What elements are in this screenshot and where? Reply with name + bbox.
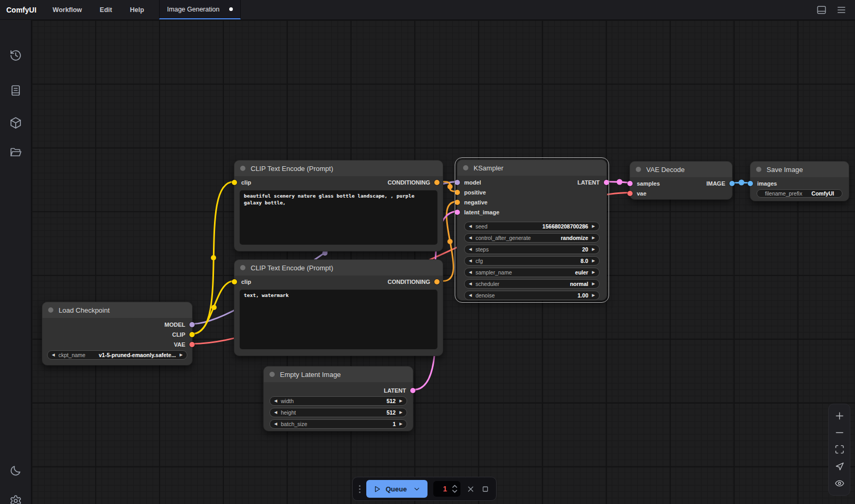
toggle-visibility-eye-icon[interactable] <box>835 478 845 488</box>
stop-square-icon[interactable] <box>481 485 490 494</box>
collapse-dot-icon[interactable] <box>636 167 641 172</box>
output-slot-conditioning[interactable]: CONDITIONING <box>388 179 440 186</box>
input-slot-latent-image[interactable]: latent_image <box>455 209 499 215</box>
node-title-bar[interactable]: CLIP Text Encode (Prompt) <box>234 161 443 176</box>
widget-filename-prefix[interactable]: filename_prefix ComfyUI <box>757 189 842 198</box>
chevron-down-icon[interactable] <box>413 485 421 493</box>
widget-sampler-name[interactable]: ◀ sampler_name euler ▶ <box>464 268 600 277</box>
vae-slot-dot[interactable] <box>627 191 633 196</box>
clip-slot-dot[interactable] <box>232 279 237 284</box>
next-arrow-icon[interactable]: ▶ <box>592 259 595 263</box>
collapse-dot-icon[interactable] <box>756 167 761 172</box>
clip-slot-dot[interactable] <box>189 332 195 337</box>
panel-toggle-icon[interactable] <box>816 5 827 15</box>
node-load-checkpoint[interactable]: Load Checkpoint MODEL CLIP VAE ◀ ckpt_na… <box>42 302 193 365</box>
node-clip-text-encode-negative[interactable]: CLIP Text Encode (Prompt) clip CONDITION… <box>234 259 443 356</box>
widget-denoise[interactable]: ◀ denoise 1.00 ▶ <box>464 291 600 300</box>
node-empty-latent-image[interactable]: Empty Latent Image LATENT ◀ width 512 ▶ … <box>263 366 413 431</box>
widget-steps[interactable]: ◀ steps 20 ▶ <box>464 245 600 254</box>
image-slot-dot[interactable] <box>748 181 753 186</box>
step-down-icon[interactable] <box>452 489 457 493</box>
output-slot-image[interactable]: IMAGE <box>706 180 735 187</box>
prompt-textarea[interactable]: beautiful scenery nature glass bottle la… <box>240 190 437 245</box>
prev-arrow-icon[interactable]: ◀ <box>469 236 472 240</box>
collapse-dot-icon[interactable] <box>240 265 245 270</box>
queue-log-icon[interactable] <box>9 84 22 97</box>
conditioning-slot-dot[interactable] <box>434 180 440 185</box>
tab-image-generation[interactable]: Image Generation <box>159 0 241 19</box>
next-arrow-icon[interactable]: ▶ <box>592 247 595 251</box>
output-slot-latent[interactable]: LATENT <box>384 387 415 394</box>
hamburger-menu-icon[interactable] <box>836 5 847 15</box>
menu-workflow[interactable]: Workflow <box>44 0 91 19</box>
collapse-dot-icon[interactable] <box>48 307 53 313</box>
prompt-textarea[interactable]: text, watermark <box>240 290 437 349</box>
prev-arrow-icon[interactable]: ◀ <box>469 270 472 274</box>
next-arrow-icon[interactable]: ▶ <box>179 353 183 357</box>
node-title-bar[interactable]: VAE Decode <box>630 162 732 177</box>
next-arrow-icon[interactable]: ▶ <box>399 422 402 426</box>
menu-edit[interactable]: Edit <box>91 0 121 19</box>
output-slot-model[interactable]: MODEL <box>164 322 195 328</box>
theme-moon-icon[interactable] <box>9 464 22 477</box>
next-arrow-icon[interactable]: ▶ <box>592 236 595 240</box>
menu-help[interactable]: Help <box>121 0 153 19</box>
conditioning-slot-dot[interactable] <box>455 190 460 195</box>
conditioning-slot-dot[interactable] <box>455 200 460 205</box>
widget-height[interactable]: ◀ height 512 ▶ <box>269 408 407 417</box>
input-slot-samples[interactable]: samples <box>627 180 660 187</box>
model-slot-dot[interactable] <box>189 322 195 327</box>
latent-slot-dot[interactable] <box>627 181 633 186</box>
prev-arrow-icon[interactable]: ◀ <box>274 410 277 415</box>
node-library-cube-icon[interactable] <box>9 117 22 129</box>
output-slot-vae[interactable]: VAE <box>174 341 195 348</box>
widget-ckpt-name[interactable]: ◀ ckpt_name v1-5-pruned-emaonly.safete..… <box>47 350 187 360</box>
clear-queue-x-icon[interactable] <box>466 485 475 494</box>
node-title-bar[interactable]: KSampler <box>457 160 606 176</box>
widget-batch-size[interactable]: ◀ batch_size 1 ▶ <box>269 419 407 429</box>
widget-cfg[interactable]: ◀ cfg 8.0 ▶ <box>464 256 600 266</box>
widget-scheduler[interactable]: ◀ scheduler normal ▶ <box>464 279 600 289</box>
input-slot-images[interactable]: images <box>748 180 777 187</box>
zoom-out-minus-icon[interactable] <box>835 428 845 438</box>
image-slot-dot[interactable] <box>729 181 735 186</box>
next-arrow-icon[interactable]: ▶ <box>592 224 595 228</box>
input-slot-clip[interactable]: clip <box>232 279 251 285</box>
model-slot-dot[interactable] <box>455 180 460 185</box>
pan-navigation-icon[interactable] <box>835 462 845 472</box>
widget-seed[interactable]: ◀ seed 156680208700286 ▶ <box>464 222 600 231</box>
zoom-in-plus-icon[interactable] <box>835 411 845 421</box>
latent-slot-dot[interactable] <box>410 388 415 393</box>
node-vae-decode[interactable]: VAE Decode samples IMAGE vae <box>629 161 733 200</box>
next-arrow-icon[interactable]: ▶ <box>592 293 595 297</box>
clip-slot-dot[interactable] <box>232 180 237 185</box>
input-slot-clip[interactable]: clip <box>232 179 251 186</box>
next-arrow-icon[interactable]: ▶ <box>399 410 402 415</box>
output-slot-clip[interactable]: CLIP <box>172 331 195 338</box>
node-title-bar[interactable]: Empty Latent Image <box>264 366 413 382</box>
prev-arrow-icon[interactable]: ◀ <box>469 224 472 228</box>
output-slot-latent[interactable]: LATENT <box>577 179 609 186</box>
node-title-bar[interactable]: Load Checkpoint <box>42 302 192 318</box>
node-ksampler[interactable]: KSampler model LATENT positive negative … <box>457 159 607 301</box>
prev-arrow-icon[interactable]: ◀ <box>469 259 472 263</box>
prev-arrow-icon[interactable]: ◀ <box>52 353 55 357</box>
input-slot-positive[interactable]: positive <box>455 189 486 196</box>
settings-gear-icon[interactable] <box>9 495 22 504</box>
input-slot-vae[interactable]: vae <box>627 190 646 197</box>
prev-arrow-icon[interactable]: ◀ <box>469 282 472 286</box>
collapse-dot-icon[interactable] <box>269 372 275 377</box>
workflows-folder-icon[interactable] <box>9 146 22 158</box>
collapse-dot-icon[interactable] <box>463 165 468 170</box>
vae-slot-dot[interactable] <box>189 342 195 347</box>
history-icon[interactable] <box>9 49 22 62</box>
step-up-icon[interactable] <box>452 485 457 488</box>
latent-slot-dot[interactable] <box>455 210 460 215</box>
node-clip-text-encode-positive[interactable]: CLIP Text Encode (Prompt) clip CONDITION… <box>234 160 443 251</box>
conditioning-slot-dot[interactable] <box>434 279 440 284</box>
input-slot-negative[interactable]: negative <box>455 199 488 205</box>
node-title-bar[interactable]: CLIP Text Encode (Prompt) <box>234 260 443 276</box>
drag-handle-icon[interactable] <box>359 485 361 493</box>
prev-arrow-icon[interactable]: ◀ <box>469 293 472 297</box>
fit-view-icon[interactable] <box>835 444 845 454</box>
